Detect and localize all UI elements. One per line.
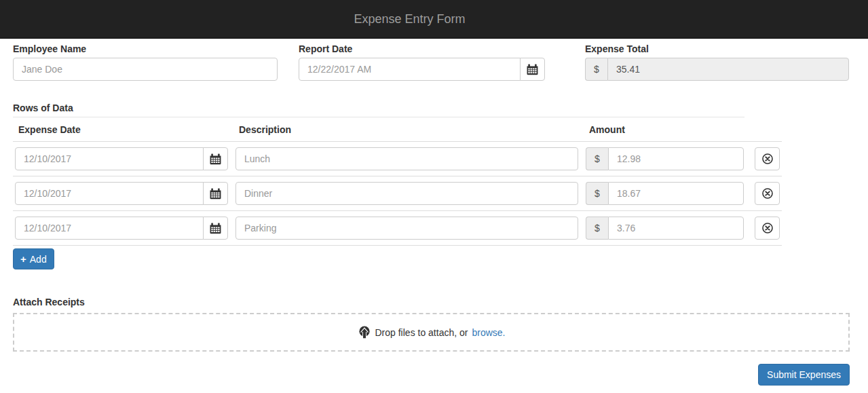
add-button-label: Add: [30, 254, 47, 265]
description-input[interactable]: [235, 217, 578, 240]
browse-link[interactable]: browse.: [472, 327, 505, 338]
expense-row: $: [13, 211, 782, 246]
table-header: Expense Date Description Amount: [13, 117, 782, 142]
amount-input[interactable]: [608, 217, 744, 240]
rows-of-data-title: Rows of Data: [13, 102, 855, 113]
file-dropzone[interactable]: Drop files to attach, or browse.: [13, 313, 850, 352]
expense-total-group: $: [585, 58, 849, 81]
remove-circle-icon: [761, 187, 774, 200]
expense-total-field: Expense Total $: [585, 43, 849, 81]
upload-icon: [358, 326, 371, 339]
remove-circle-icon: [761, 222, 774, 234]
amount-group: $: [586, 147, 744, 170]
plus-icon: +: [20, 254, 26, 264]
currency-addon: $: [586, 217, 608, 240]
expense-date-group: [15, 147, 228, 170]
amount-input[interactable]: [608, 147, 744, 170]
employee-name-input[interactable]: [13, 58, 278, 81]
employee-name-label: Employee Name: [13, 43, 278, 54]
col-header-amount: Amount: [584, 117, 749, 142]
remove-circle-icon: [761, 153, 774, 165]
expense-form: Employee Name Report Date Expense Total …: [0, 43, 868, 386]
expense-date-input[interactable]: [15, 182, 204, 205]
report-date-field: Report Date: [299, 43, 545, 81]
attach-receipts-label: Attach Receipts: [13, 297, 855, 307]
amount-group: $: [586, 217, 744, 240]
expense-date-calendar-button[interactable]: [203, 147, 228, 170]
expense-date-input[interactable]: [15, 147, 204, 170]
expense-total-input: [607, 58, 849, 81]
amount-input[interactable]: [608, 182, 744, 205]
description-input[interactable]: [235, 147, 578, 170]
calendar-icon: [527, 64, 538, 75]
currency-addon: $: [586, 147, 608, 170]
expense-date-input[interactable]: [15, 217, 204, 240]
currency-addon: $: [586, 182, 608, 205]
report-date-label: Report Date: [299, 43, 545, 54]
dropzone-text: Drop files to attach, or: [375, 327, 468, 338]
remove-row-button[interactable]: [755, 147, 780, 170]
report-date-group: [299, 58, 545, 81]
col-header-description: Description: [233, 117, 584, 142]
currency-addon: $: [585, 58, 607, 81]
expense-date-group: [15, 217, 228, 240]
add-row-button[interactable]: + Add: [13, 248, 54, 269]
expense-row: $: [13, 142, 782, 176]
remove-row-button[interactable]: [755, 182, 780, 205]
page-title: Expense Entry Form: [354, 12, 465, 26]
remove-row-button[interactable]: [755, 217, 780, 240]
col-header-expense-date: Expense Date: [13, 117, 233, 142]
submit-row: Submit Expenses: [13, 364, 850, 386]
calendar-icon: [210, 223, 221, 234]
expense-total-label: Expense Total: [585, 43, 849, 54]
report-date-calendar-button[interactable]: [520, 58, 545, 81]
report-date-input[interactable]: [299, 58, 521, 81]
expense-rows-table: Expense Date Description Amount: [13, 117, 782, 246]
col-header-actions: [749, 117, 782, 142]
calendar-icon: [210, 188, 221, 200]
calendar-icon: [210, 153, 221, 165]
submit-expenses-button[interactable]: Submit Expenses: [758, 364, 850, 386]
expense-date-calendar-button[interactable]: [203, 217, 228, 240]
employee-name-field: Employee Name: [13, 43, 278, 81]
expense-date-calendar-button[interactable]: [203, 182, 228, 205]
form-top-row: Employee Name Report Date Expense Total …: [13, 43, 855, 81]
description-input[interactable]: [235, 182, 578, 205]
expense-date-group: [15, 182, 228, 205]
expense-row: $: [13, 176, 782, 211]
app-header: Expense Entry Form: [0, 0, 868, 39]
amount-group: $: [586, 182, 744, 205]
